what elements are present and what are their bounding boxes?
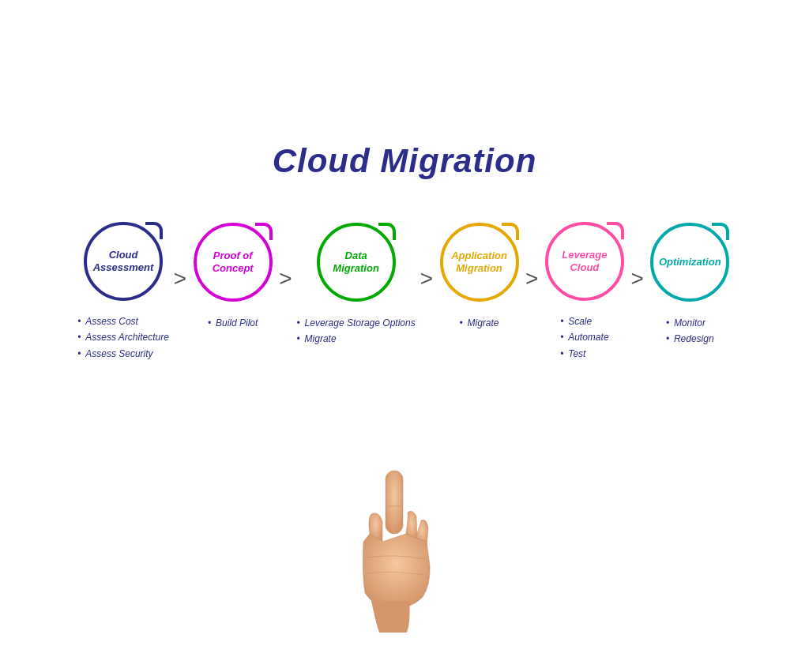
circle-label-application-migration: Application Migration <box>448 246 510 277</box>
circle-proof-of-concept: Proof of Concept <box>194 223 273 302</box>
circle-label-leverage-cloud: Leverage Cloud <box>559 246 610 276</box>
circle-wrapper-optimization: Optimization <box>649 221 732 304</box>
bullet-item: Build Pilot <box>208 315 258 331</box>
bullet-list-proof-of-concept: Build Pilot <box>208 315 258 361</box>
chevron-icon: > <box>525 266 538 291</box>
bullet-item: Scale <box>560 313 608 329</box>
circle-wrapper-data-migration: Data Migration <box>314 221 397 304</box>
bullet-item: Redesign <box>666 331 714 347</box>
chevron-icon: > <box>279 266 292 291</box>
step-proof-of-concept: Proof of ConceptBuild Pilot <box>191 221 274 361</box>
bullet-item: Assess Architecture <box>77 329 169 345</box>
chevron-icon: > <box>420 266 433 291</box>
chevron-icon: > <box>174 266 186 291</box>
page-title: Cloud Migration <box>273 142 537 180</box>
circle-label-optimization: Optimization <box>656 253 724 272</box>
bullet-item: Leverage Storage Options <box>297 315 416 331</box>
circle-data-migration: Data Migration <box>317 223 396 302</box>
bullet-item: Migrate <box>460 315 499 331</box>
bullet-list-data-migration: Leverage Storage OptionsMigrate <box>297 315 416 361</box>
bullet-item: Test <box>560 346 608 362</box>
circle-leverage-cloud: Leverage Cloud <box>545 222 624 301</box>
bullet-item: Monitor <box>666 315 714 331</box>
circle-label-cloud-assessment: Cloud Assessment <box>90 246 157 276</box>
bullet-item: Automate <box>560 329 608 345</box>
circle-cloud-assessment: Cloud Assessment <box>84 222 163 301</box>
circle-wrapper-leverage-cloud: Leverage Cloud <box>543 220 626 302</box>
circle-label-proof-of-concept: Proof of Concept <box>209 246 257 277</box>
circle-wrapper-cloud-assessment: Cloud Assessment <box>82 220 165 302</box>
step-cloud-assessment: Cloud AssessmentAssess CostAssess Archit… <box>77 220 169 362</box>
circle-wrapper-application-migration: Application Migration <box>438 221 521 304</box>
bullet-list-cloud-assessment: Assess CostAssess ArchitectureAssess Sec… <box>77 313 169 362</box>
circle-wrapper-proof-of-concept: Proof of Concept <box>191 221 274 304</box>
bullet-item: Assess Security <box>77 346 169 362</box>
bullet-item: Assess Cost <box>77 313 169 329</box>
bullet-list-leverage-cloud: ScaleAutomateTest <box>560 313 608 362</box>
circle-application-migration: Application Migration <box>440 223 519 302</box>
step-optimization: OptimizationMonitorRedesign <box>649 221 732 361</box>
diagram-row: Cloud AssessmentAssess CostAssess Archit… <box>77 220 731 362</box>
circle-label-data-migration: Data Migration <box>329 246 382 277</box>
step-leverage-cloud: Leverage CloudScaleAutomateTest <box>543 220 626 362</box>
main-container: Cloud Migration Cloud AssessmentAssess C… <box>0 0 809 672</box>
step-application-migration: Application MigrationMigrate <box>438 221 521 361</box>
bullet-list-application-migration: Migrate <box>460 315 499 361</box>
chevron-icon: > <box>630 266 643 291</box>
bullet-item: Migrate <box>297 331 416 347</box>
circle-optimization: Optimization <box>650 223 729 302</box>
step-data-migration: Data MigrationLeverage Storage OptionsMi… <box>297 221 416 361</box>
bullet-list-optimization: MonitorRedesign <box>666 315 714 361</box>
